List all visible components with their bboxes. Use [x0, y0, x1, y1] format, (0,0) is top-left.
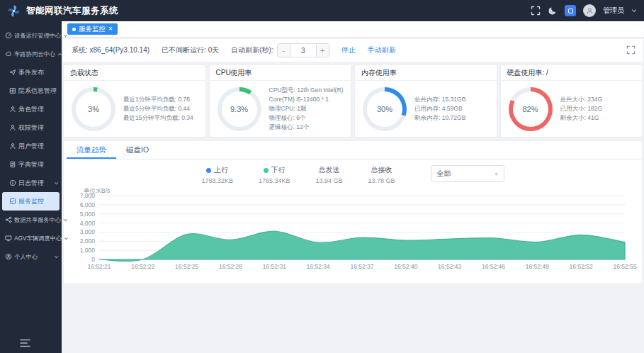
- svg-text:16:52:22: 16:52:22: [131, 263, 154, 270]
- uplink-dot: [206, 168, 211, 173]
- memory-usage-card: 内存使用率 30% 总共内存: 15.31GB 已用内存: 4.59GB 剩余内…: [354, 65, 497, 138]
- load-percent: 3%: [72, 87, 115, 131]
- info-icon: [9, 179, 16, 186]
- chevron-down-icon: [54, 254, 59, 259]
- app-title: 智能网联汽车服务系统: [26, 5, 118, 17]
- svg-text:16:52:55: 16:52:55: [613, 263, 636, 270]
- screen-icon: [5, 235, 12, 242]
- stat-line: 已用内存: 4.59GB: [414, 104, 465, 113]
- cpu-gauge: 9.3%: [218, 87, 261, 131]
- sidebar-item-user-management[interactable]: 用户管理: [0, 137, 62, 155]
- top-header: 智能网联汽车服务系统 管理员: [0, 0, 644, 21]
- chevron-up-icon: [57, 52, 62, 57]
- fullscreen-icon[interactable]: [531, 6, 541, 16]
- collapse-sidebar-icon[interactable]: [20, 339, 30, 347]
- manual-refresh-link[interactable]: 手动刷新: [368, 45, 396, 55]
- svg-text:16:52:31: 16:52:31: [263, 263, 286, 270]
- sidebar-item-dictionary-management[interactable]: 字典管理: [0, 155, 62, 174]
- tab-traffic-trend[interactable]: 流量趋势: [67, 141, 116, 159]
- svg-text:16:52:25: 16:52:25: [175, 263, 198, 270]
- svg-text:1,000: 1,000: [80, 247, 96, 254]
- send-icon: [9, 69, 16, 76]
- cloud-icon: [5, 50, 12, 57]
- uptime-label: 已不间断运行:: [162, 46, 206, 54]
- load-status-card: 负载状态 3% 最近1分钟平均负载: 0.78 最近5分钟平均负载: 0.44 …: [63, 65, 206, 138]
- sidebar-item-vehicle-road-cloud[interactable]: 车路协同云中心: [0, 45, 62, 63]
- disk-usage-card: 硬盘使用率: / 82% 总共大小: 234G 已用大小: 182G 剩余大小:…: [500, 65, 643, 138]
- stat-line: 最近15分钟平均负载: 0.34: [123, 113, 193, 123]
- close-tab-icon[interactable]: ×: [108, 26, 113, 33]
- legend-uplink[interactable]: 上行 1783.32KB: [201, 165, 233, 184]
- disk-gauge: 82%: [509, 87, 553, 131]
- sidebar-item-event-publish[interactable]: 事件发布: [0, 63, 62, 82]
- user-icon: [586, 7, 594, 15]
- cpu-usage-card: CPU使用率 9.3% CPU型号: 12th Gen Intel(R) Cor…: [209, 65, 352, 138]
- system-value: x86_64(Py3.10.14): [90, 46, 150, 54]
- dark-mode-moon-icon[interactable]: [548, 6, 558, 16]
- nic-filter-select[interactable]: 全部 ▾: [431, 165, 504, 182]
- card-title: 硬盘使用率: /: [501, 65, 643, 81]
- stepper-increase-button[interactable]: +: [316, 44, 329, 57]
- stat-line: 物理CPU: 1颗: [269, 104, 347, 113]
- memory-gauge: 30%: [363, 87, 407, 131]
- chevron-down-icon: [64, 236, 69, 241]
- chevron-down-icon: [63, 218, 68, 223]
- legend-downlink[interactable]: 下行 1765.34KB: [259, 165, 290, 184]
- panel-tabs: 流量趋势 磁盘IO: [64, 141, 642, 159]
- svg-text:16:52:37: 16:52:37: [350, 263, 373, 270]
- svg-text:单位:KB/s: 单位:KB/s: [84, 187, 110, 194]
- theme-color-icon[interactable]: [565, 5, 576, 16]
- svg-text:16:52:21: 16:52:21: [87, 263, 111, 270]
- svg-text:0: 0: [91, 256, 95, 263]
- sidebar-item-faculty-info[interactable]: 院系信息管理: [0, 82, 62, 100]
- active-tab-dot: [72, 28, 76, 31]
- downlink-value: 1765.34KB: [259, 177, 290, 184]
- disk-percent: 82%: [509, 87, 553, 131]
- stat-line: 剩余内存: 10.72GB: [414, 113, 465, 123]
- stat-line: 剩余大小: 41G: [560, 113, 603, 123]
- svg-text:16:52:28: 16:52:28: [219, 263, 242, 270]
- total-sent: 总发送 13.94 GB: [316, 165, 343, 184]
- chevron-down-icon: [54, 181, 59, 186]
- sidebar-item-role-management[interactable]: 角色管理: [0, 100, 62, 118]
- stat-line: 已用大小: 182G: [560, 104, 603, 113]
- refresh-interval-label: 自动刷新(秒):: [231, 45, 273, 55]
- username[interactable]: 管理员: [603, 6, 624, 16]
- stop-refresh-link[interactable]: 停止: [341, 45, 356, 55]
- total-sent-value: 13.94 GB: [316, 177, 343, 184]
- tab-service-monitor[interactable]: 服务监控 ×: [67, 23, 118, 35]
- sidebar-item-permission-management[interactable]: 权限管理: [0, 118, 62, 137]
- card-title: 内存使用率: [355, 65, 497, 81]
- svg-text:16:52:49: 16:52:49: [526, 263, 549, 270]
- sidebar-item-service-monitor[interactable]: 服务监控: [2, 192, 60, 211]
- sidebar-item-data-share-center[interactable]: 数据共享服务中心: [0, 211, 62, 229]
- svg-text:5,000: 5,000: [80, 211, 96, 218]
- sidebar-item-personal-center[interactable]: 个人中心: [0, 247, 62, 266]
- svg-text:16:52:43: 16:52:43: [438, 263, 461, 270]
- refresh-interval-input[interactable]: [290, 44, 316, 57]
- system-label: 系统:: [72, 46, 88, 54]
- traffic-area-chart: 7,0006,0005,0004,0003,0002,0001,000016:5…: [67, 187, 642, 281]
- user-center-icon: [5, 253, 12, 260]
- stat-line: 物理核心: 6个: [269, 113, 347, 123]
- avatar[interactable]: [583, 4, 596, 17]
- sidebar-item-device-center[interactable]: 设备运行管理中心: [0, 26, 62, 45]
- expand-panel-icon[interactable]: [626, 45, 635, 55]
- total-received: 总接收 13.78 GB: [368, 165, 395, 184]
- cpu-percent: 9.3%: [218, 87, 261, 131]
- stepper-decrease-button[interactable]: -: [278, 44, 290, 57]
- svg-text:16:52:46: 16:52:46: [482, 263, 505, 270]
- svg-text:16:52:40: 16:52:40: [394, 263, 417, 270]
- uplink-value: 1783.32KB: [201, 177, 233, 184]
- sidebar: 设备运行管理中心 车路协同云中心 事件发布 院系信息管理 角色管理: [0, 21, 62, 353]
- chevron-down-icon[interactable]: [631, 8, 637, 13]
- chevron-down-icon: [63, 33, 68, 38]
- grid-icon: [9, 87, 16, 94]
- refresh-interval-stepper: - +: [277, 43, 329, 57]
- monitor-check-icon: [9, 198, 16, 205]
- tab-bar: 服务监控 ×: [62, 21, 644, 38]
- tab-disk-io[interactable]: 磁盘IO: [116, 141, 159, 159]
- sidebar-item-agv-dispatch-center[interactable]: AGV车辆调度中心: [0, 229, 62, 247]
- sidebar-item-log-management[interactable]: 日志管理: [0, 174, 62, 192]
- stat-line: 最近5分钟平均负载: 0.44: [123, 104, 193, 113]
